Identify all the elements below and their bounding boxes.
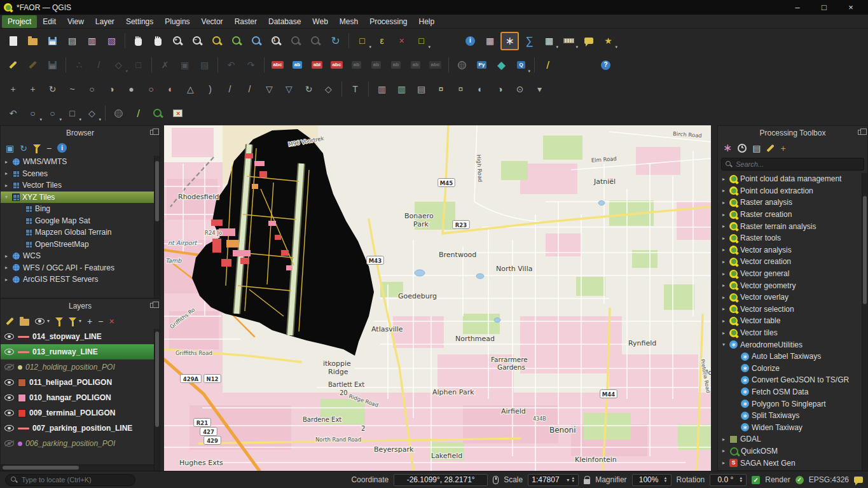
properties-widget[interactable]: i <box>57 143 67 153</box>
processing-search-input[interactable] <box>736 160 860 168</box>
merge-attributes[interactable]: ▽ <box>280 80 298 99</box>
copy-move-feature[interactable]: + <box>24 80 42 99</box>
color-dropper[interactable]: / <box>539 56 557 74</box>
layer-visibility-toggle[interactable] <box>4 394 15 401</box>
osm-place-search[interactable]: Q▾ <box>512 56 530 74</box>
label-show-hide[interactable]: ab <box>347 56 366 74</box>
rotation-box[interactable]: ▲▼ <box>710 474 747 486</box>
layer-item-014-stopway-line[interactable]: 014_stopway_LINE <box>1 329 160 344</box>
expand-arrow-icon[interactable]: ▸ <box>720 271 727 277</box>
select-features[interactable]: □▾ <box>353 32 371 50</box>
merge-features[interactable]: ▽ <box>260 80 279 99</box>
zoom-actual[interactable]: ⊙ <box>511 80 529 99</box>
add-ring[interactable]: ○ <box>83 80 101 99</box>
browser-item-bing[interactable]: Bing <box>1 203 160 215</box>
processing-group-vector-selection[interactable]: ▸Vector selection <box>718 303 867 316</box>
locate-box[interactable] <box>5 474 135 486</box>
zoom-native[interactable]: 1 <box>267 32 286 50</box>
processing-group-vector-analysis[interactable]: ▸Vector analysis <box>718 244 867 256</box>
browser-item-openstreetmap[interactable]: OpenStreetMap <box>1 239 160 251</box>
processing-group-vector-creation[interactable]: ▸Vector creation <box>718 256 867 268</box>
show-layout-manager[interactable]: ▥ <box>83 32 101 50</box>
layer-item-006-parking-position-poi[interactable]: 006_parking_position_POI <box>1 436 160 451</box>
layer-diagram[interactable]: ab <box>288 56 307 74</box>
scale-lock-icon[interactable] <box>584 479 590 484</box>
expand-arrow-icon[interactable]: ▸ <box>720 212 727 218</box>
processing-group-point-cloud-data-management[interactable]: ▸Point cloud data management <box>718 173 867 185</box>
layer-visibility-toggle[interactable] <box>4 363 15 371</box>
processing-group-quickosm[interactable]: ▸QuickOSM <box>718 445 867 457</box>
shape-circle[interactable]: ○▾ <box>24 104 42 123</box>
coordinate-box[interactable] <box>394 474 488 486</box>
browser-scrollbar[interactable] <box>154 156 160 298</box>
open-project[interactable] <box>24 32 42 50</box>
render-checkbox[interactable] <box>752 476 760 484</box>
processing-group-raster-tools[interactable]: ▸Raster tools <box>718 232 867 244</box>
raster-stretch[interactable]: ▤ <box>412 80 431 99</box>
shape-ellipse-dropdown[interactable]: ▾ <box>59 117 62 122</box>
trim-extend[interactable]: T <box>346 80 364 99</box>
georeferencer[interactable] <box>109 104 128 123</box>
options-wrench[interactable]: + <box>780 144 785 153</box>
expand-arrow-icon[interactable]: ▸ <box>720 259 727 265</box>
colorize-plugin[interactable]: / <box>129 104 148 123</box>
browser-scroll-thumb[interactable] <box>155 161 159 221</box>
shape-circle-dropdown[interactable]: ▾ <box>39 117 42 122</box>
label-highlight[interactable]: abc <box>327 56 346 74</box>
shape-regular-polygon[interactable]: ◇▾ <box>83 104 101 123</box>
layers-scrollbar[interactable] <box>154 329 160 470</box>
processing-float-icon[interactable] <box>858 130 863 135</box>
expand-arrow-icon[interactable]: ▸ <box>720 200 727 206</box>
models[interactable]: ∗ <box>723 143 732 153</box>
vertex-tool[interactable]: ◇▾ <box>109 56 128 74</box>
menu-view[interactable]: View <box>62 15 90 28</box>
processing-group-aerodromeutilities[interactable]: ▾AerodromeUtilities <box>718 338 867 351</box>
layer-item-012-holding-position-poi[interactable]: 012_holding_position_POI <box>1 359 160 375</box>
manage-map-themes[interactable]: ▾ <box>35 318 50 324</box>
label-pin-unpin[interactable]: abl <box>308 56 326 74</box>
paste-features[interactable]: ▤ <box>195 56 214 74</box>
processing-scroll-thumb[interactable] <box>863 196 867 304</box>
menu-processing[interactable]: Processing <box>364 15 413 28</box>
edit-features-inplace[interactable] <box>766 147 775 150</box>
processing-group-vector-geometry[interactable]: ▸Vector geometry <box>718 279 867 291</box>
expand-arrow-icon[interactable]: ▾ <box>720 342 727 347</box>
browser-item-google-map-sat[interactable]: Google Map Sat <box>1 215 160 227</box>
raster-full-histogram[interactable]: ▥ <box>392 80 411 99</box>
deselect-features[interactable]: × <box>392 32 411 50</box>
select-by-form[interactable]: □▾ <box>412 32 431 50</box>
menu-help[interactable]: Help <box>413 15 441 28</box>
expand-arrow-icon[interactable]: ▸ <box>3 253 10 259</box>
label-move[interactable]: ab <box>367 56 385 74</box>
processing-tool-convert-geojson-to-ts-gr[interactable]: Convert GeoJSON to TS/GR <box>718 374 867 386</box>
label-change[interactable]: ab <box>406 56 425 74</box>
cut-features[interactable]: ✗ <box>156 56 174 74</box>
delete-selected[interactable]: □ <box>129 56 148 74</box>
offset-point-symbols[interactable]: ◇ <box>319 80 338 99</box>
help[interactable]: ? <box>596 56 615 74</box>
processing-tool-split-taxiways[interactable]: Split Taxiways <box>718 410 867 422</box>
processing-tool-fetch-osm-data[interactable]: Fetch OSM Data <box>718 386 867 398</box>
processing-group-point-cloud-extraction[interactable]: ▸Point cloud extraction <box>718 185 867 197</box>
shape-ellipse[interactable]: ○▾ <box>43 104 62 123</box>
expand-arrow-icon[interactable]: ▸ <box>3 265 10 270</box>
menu-database[interactable]: Database <box>263 15 307 28</box>
zoom-in[interactable]: + <box>169 32 187 50</box>
locate-input[interactable] <box>22 476 130 484</box>
remove-layer[interactable]: × <box>109 317 114 326</box>
add-line-feature[interactable]: / <box>90 56 108 74</box>
expand-arrow-icon[interactable]: ▸ <box>720 318 727 324</box>
toggle-editing[interactable] <box>24 56 42 74</box>
processing-group-vector-tiles[interactable]: ▸Vector tiles <box>718 327 867 339</box>
processing-group-vector-general[interactable]: ▸Vector general <box>718 268 867 280</box>
map-tips[interactable] <box>579 32 598 50</box>
vertex-tool-dropdown[interactable]: ▾ <box>125 69 128 74</box>
menu-edit[interactable]: Edit <box>37 15 62 28</box>
split-parts[interactable]: / <box>240 80 259 99</box>
layer-labeling[interactable]: abc <box>268 56 287 74</box>
copy-features[interactable]: ▣ <box>176 56 194 74</box>
results-viewer[interactable]: ▤ <box>752 144 761 153</box>
add-part[interactable]: ◑ <box>102 80 121 99</box>
menu-plugins[interactable]: Plugins <box>159 15 195 28</box>
processing-group-vector-table[interactable]: ▸Vector table <box>718 315 867 327</box>
